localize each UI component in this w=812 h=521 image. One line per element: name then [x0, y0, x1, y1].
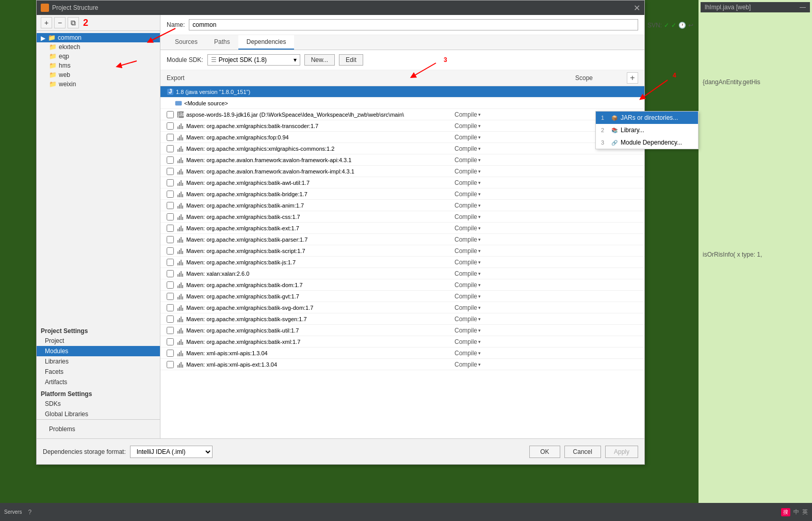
dep-scope-7[interactable]: Compile▾	[454, 191, 501, 198]
apply-button[interactable]: Apply	[605, 446, 638, 458]
dep-row-13[interactable]: Maven: org.apache.xmlgraphics:batik-js:1…	[160, 257, 644, 268]
copy-module-button[interactable]: ⧉	[68, 17, 79, 28]
module-tree[interactable]: ▶ 📁 common 📁 ekxtech 📁 eqp 📁 hms �	[37, 31, 160, 324]
dep-scope-9[interactable]: Compile▾	[454, 213, 501, 220]
nav-problems[interactable]: Problems	[41, 424, 156, 434]
dep-scope-15[interactable]: Compile▾	[454, 281, 501, 289]
dropdown-item-library[interactable]: 2 📚 Library...	[596, 124, 698, 136]
taskbar-help[interactable]: ?	[28, 509, 31, 516]
dep-scope-17[interactable]: Compile▾	[454, 304, 501, 311]
tab-sources[interactable]: Sources	[167, 35, 206, 50]
new-button[interactable]: New...	[304, 54, 335, 66]
svn-clock[interactable]: 🕐	[678, 22, 686, 29]
dep-row-module-source[interactable]: <Module source>	[160, 98, 644, 109]
dep-row-12[interactable]: Maven: org.apache.xmlgraphics:batik-scri…	[160, 245, 644, 257]
dep-scope-11[interactable]: Compile▾	[454, 236, 501, 243]
dep-row-3[interactable]: Maven: org.apache.xmlgraphics:xmlgraphic…	[160, 143, 644, 154]
dep-row-10[interactable]: Maven: org.apache.xmlgraphics:batik-ext:…	[160, 223, 644, 234]
dep-checkbox-13[interactable]	[167, 259, 174, 266]
dep-checkbox-4[interactable]	[167, 156, 174, 164]
nav-facets[interactable]: Facets	[37, 367, 160, 377]
dep-scope-0[interactable]: Compile▾	[454, 111, 501, 118]
dep-scope-8[interactable]: Compile▾	[454, 202, 501, 209]
dep-row-21[interactable]: Maven: xml-apis:xml-apis:1.3.04Compile▾	[160, 348, 644, 359]
dep-scope-16[interactable]: Compile▾	[454, 293, 501, 300]
dep-scope-22[interactable]: Compile▾	[454, 361, 501, 368]
dep-row-20[interactable]: Maven: org.apache.xmlgraphics:batik-xml:…	[160, 336, 644, 348]
tab-paths[interactable]: Paths	[206, 35, 238, 50]
dep-row-16[interactable]: Maven: org.apache.xmlgraphics:batik-gvt:…	[160, 291, 644, 302]
dep-checkbox-2[interactable]	[167, 134, 174, 141]
dep-checkbox-17[interactable]	[167, 304, 174, 311]
dep-checkbox-7[interactable]	[167, 191, 174, 198]
name-input[interactable]	[189, 19, 638, 30]
edit-button[interactable]: Edit	[339, 54, 363, 66]
cancel-button[interactable]: Cancel	[564, 446, 601, 458]
dep-checkbox-3[interactable]	[167, 145, 174, 152]
dep-checkbox-9[interactable]	[167, 213, 174, 220]
nav-global-libraries[interactable]: Global Libraries	[37, 409, 160, 419]
dep-scope-6[interactable]: Compile▾	[454, 179, 501, 186]
svn-check1[interactable]: ✓	[664, 22, 669, 29]
dep-checkbox-15[interactable]	[167, 281, 174, 289]
svn-check2[interactable]: ✓	[671, 22, 676, 29]
dep-row-19[interactable]: Maven: org.apache.xmlgraphics:batik-util…	[160, 325, 644, 336]
dep-checkbox-5[interactable]	[167, 168, 174, 175]
dropdown-item-jars[interactable]: 1 📦 JARs or directories...	[596, 112, 698, 124]
dep-row-jdk[interactable]: J 1.8 (java version "1.8.0_151")	[160, 86, 644, 98]
dep-checkbox-8[interactable]	[167, 202, 174, 209]
nav-modules[interactable]: Modules	[37, 346, 160, 356]
dep-row-22[interactable]: Maven: xml-apis:xml-apis-ext:1.3.04Compi…	[160, 359, 644, 370]
dep-scope-1[interactable]: Compile▾	[454, 122, 501, 130]
nav-libraries[interactable]: Libraries	[37, 356, 160, 367]
dep-row-18[interactable]: Maven: org.apache.xmlgraphics:batik-svge…	[160, 313, 644, 325]
dropdown-item-module-dep[interactable]: 3 🔗 Module Dependency...	[596, 136, 698, 149]
dep-row-6[interactable]: Maven: org.apache.xmlgraphics:batik-awt-…	[160, 177, 644, 188]
editor-minimize[interactable]: —	[800, 4, 806, 11]
dep-scope-5[interactable]: Compile▾	[454, 168, 501, 175]
dep-checkbox-11[interactable]	[167, 236, 174, 243]
dep-scope-3[interactable]: Compile▾	[454, 145, 501, 152]
dep-checkbox-10[interactable]	[167, 225, 174, 232]
dep-scope-10[interactable]: Compile▾	[454, 225, 501, 232]
dep-checkbox-6[interactable]	[167, 179, 174, 186]
dep-row-15[interactable]: Maven: org.apache.xmlgraphics:batik-dom:…	[160, 279, 644, 291]
dep-checkbox-16[interactable]	[167, 293, 174, 300]
dep-scope-2[interactable]: Compile▾	[454, 134, 501, 141]
nav-artifacts[interactable]: Artifacts	[37, 377, 160, 387]
dep-row-8[interactable]: Maven: org.apache.xmlgraphics:batik-anim…	[160, 200, 644, 211]
dep-row-4[interactable]: Maven: org.apache.avalon.framework:avalo…	[160, 154, 644, 166]
dep-checkbox-18[interactable]	[167, 315, 174, 323]
dep-scope-13[interactable]: Compile▾	[454, 259, 501, 266]
dep-checkbox-14[interactable]	[167, 270, 174, 277]
nav-project[interactable]: Project	[37, 336, 160, 346]
dep-checkbox-0[interactable]	[167, 111, 174, 118]
dep-row-11[interactable]: Maven: org.apache.xmlgraphics:batik-pars…	[160, 234, 644, 245]
svn-undo[interactable]: ↩	[688, 22, 693, 29]
dep-scope-21[interactable]: Compile▾	[454, 350, 501, 357]
dep-row-0[interactable]: .jaraspose-words-18.9-jdk16.jar (D:\Work…	[160, 109, 644, 120]
dep-row-5[interactable]: Maven: org.apache.avalon.framework:avalo…	[160, 166, 644, 177]
dep-row-2[interactable]: Maven: org.apache.xmlgraphics:fop:0.94Co…	[160, 132, 644, 143]
remove-module-button[interactable]: −	[54, 17, 66, 28]
dep-checkbox-22[interactable]	[167, 361, 174, 368]
dep-scope-20[interactable]: Compile▾	[454, 338, 501, 345]
dep-checkbox-20[interactable]	[167, 338, 174, 345]
dep-scope-14[interactable]: Compile▾	[454, 270, 501, 277]
add-dependency-button[interactable]: +	[627, 72, 638, 84]
sdk-select[interactable]: ☰ Project SDK (1.8) ▾	[207, 54, 300, 66]
dep-scope-18[interactable]: Compile▾	[454, 315, 501, 323]
dep-checkbox-1[interactable]	[167, 122, 174, 130]
dep-checkbox-19[interactable]	[167, 327, 174, 334]
tab-dependencies[interactable]: Dependencies	[238, 35, 295, 50]
add-module-button[interactable]: +	[41, 17, 52, 28]
dep-row-14[interactable]: Maven: xalan:xalan:2.6.0Compile▾	[160, 268, 644, 279]
dep-scope-19[interactable]: Compile▾	[454, 327, 501, 334]
tree-item-hms[interactable]: 📁 hms	[37, 61, 160, 70]
taskbar-servers[interactable]: Servers	[4, 509, 22, 515]
tree-item-eqp[interactable]: 📁 eqp	[37, 52, 160, 61]
dep-row-9[interactable]: Maven: org.apache.xmlgraphics:batik-css:…	[160, 211, 644, 223]
ok-button[interactable]: OK	[529, 446, 560, 458]
close-button[interactable]: ✕	[634, 3, 640, 13]
tree-item-ekxtech[interactable]: 📁 ekxtech	[37, 42, 160, 52]
